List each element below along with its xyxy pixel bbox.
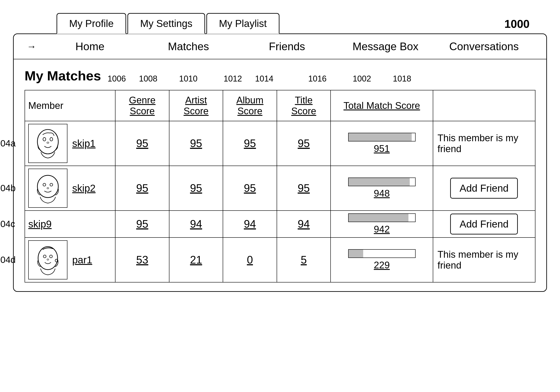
svg-point-4 [37,175,58,198]
table-row: 1004b skip295959595948Add Friend [25,166,535,210]
genre-score-1004b[interactable]: 95 [115,166,169,210]
ref-1012: 1012 [224,74,242,83]
matches-table: Member GenreScore ArtistScore AlbumScore… [25,90,535,282]
action-cell-1004b[interactable]: Add Friend [433,166,535,210]
tab-my-profile[interactable]: My Profile [57,13,126,34]
add-friend-button-1004c[interactable]: Add Friend [450,214,518,234]
svg-point-1 [43,138,46,141]
svg-point-10 [50,255,52,258]
ref-1004d: 1004d [0,255,16,265]
main-container: 922 → Home Matches Friends Message Box C… [13,33,547,292]
ref-1010: 1010 [179,74,198,83]
col-header-total: Total Match Score [330,90,433,121]
ref-1002: 1002 [353,74,371,83]
album-score-1004a[interactable]: 95 [223,121,277,166]
tab-my-playlist[interactable]: My Playlist [206,13,280,34]
table-header-row: Member GenreScore ArtistScore AlbumScore… [25,90,535,121]
total-score-cell-1004a: 951 [330,121,433,166]
progress-bar-1004c [348,213,416,222]
ref-1004a: 1004a [0,138,16,149]
top-tabs: My Profile My Settings My Playlist [57,13,547,34]
ref-1016: 1016 [308,74,327,83]
add-friend-button-1004b[interactable]: Add Friend [450,178,518,199]
svg-point-7 [47,188,49,189]
ref-1014: 1014 [255,74,274,83]
total-score-cell-1004d: 229 [330,238,433,282]
ref-1004c: 1004c [0,219,15,229]
ref-1008: 1008 [139,74,158,83]
col-header-artist: ArtistScore [169,90,223,121]
genre-score-1004d[interactable]: 53 [115,238,169,282]
action-cell-1004c[interactable]: Add Friend [433,210,535,238]
total-score-cell-1004c: 942 [330,210,433,238]
progress-bar-1004a [348,133,416,142]
member-name-1004d[interactable]: par1 [72,254,92,266]
member-name-1004a[interactable]: skip1 [72,138,95,149]
member-cell-1004b: 1004b skip2 [25,166,115,210]
title-score-1004c[interactable]: 94 [277,210,331,238]
avatar-1004b [28,169,67,208]
avatar-1004a [28,124,67,163]
content-area: My Matches 1006 1008 1010 1012 1014 1016… [14,59,546,291]
member-name-1004c[interactable]: skip9 [28,218,51,230]
member-cell-1004d: 1004d par1 [25,238,115,282]
genre-score-1004c[interactable]: 95 [115,210,169,238]
nav-message-box[interactable]: Message Box [336,40,435,53]
col-header-album: AlbumScore [223,90,277,121]
artist-score-1004b[interactable]: 95 [169,166,223,210]
svg-point-3 [47,142,49,143]
total-score-value-1004d[interactable]: 229 [374,260,390,270]
avatar-1004d [28,240,67,279]
progress-bar-1004d [348,249,416,258]
svg-point-8 [38,247,58,270]
friend-text-1004a: This member is my friend [435,133,533,154]
ref-922-arrow: → [27,41,36,52]
artist-score-1004d[interactable]: 21 [169,238,223,282]
ref-1004b: 1004b [0,183,16,193]
table-row: 1004a skip195959595951This member is my … [25,121,535,166]
genre-score-1004a[interactable]: 95 [115,121,169,166]
total-score-cell-1004b: 948 [330,166,433,210]
action-cell-1004a: This member is my friend [433,121,535,166]
col-header-action [433,90,535,121]
nav-friends[interactable]: Friends [238,40,336,53]
nav-conversations[interactable]: Conversations [435,40,533,53]
progress-bar-1004b [348,178,416,186]
my-matches-heading: My Matches [25,68,101,83]
svg-point-5 [43,183,46,186]
album-score-1004b[interactable]: 95 [223,166,277,210]
svg-point-6 [50,183,53,186]
total-score-value-1004c[interactable]: 942 [374,224,390,235]
title-score-1004d[interactable]: 5 [277,238,331,282]
ref-1018: 1018 [393,74,411,83]
tab-my-settings[interactable]: My Settings [128,13,205,34]
nav-matches[interactable]: Matches [139,40,238,53]
table-row: 1004d par1532105229This member is my fri… [25,238,535,282]
friend-text-1004d: This member is my friend [435,249,533,271]
artist-score-1004a[interactable]: 95 [169,121,223,166]
album-score-1004d[interactable]: 0 [223,238,277,282]
total-score-value-1004b[interactable]: 948 [374,188,390,199]
svg-point-11 [47,259,49,260]
ref-1006: 1006 [107,74,126,83]
member-name-1004b[interactable]: skip2 [72,182,95,194]
svg-point-2 [50,138,53,141]
artist-score-1004c[interactable]: 94 [169,210,223,238]
member-cell-1004a: 1004a skip1 [25,121,115,166]
nav-bar: 922 → Home Matches Friends Message Box C… [14,34,546,59]
svg-point-9 [43,255,46,258]
title-score-1004a[interactable]: 95 [277,121,331,166]
nav-home[interactable]: Home [41,40,139,53]
action-cell-1004d: This member is my friend [433,238,535,282]
col-header-title: TitleScore [277,90,331,121]
title-score-1004b[interactable]: 95 [277,166,331,210]
col-header-member: Member [25,90,115,121]
col-header-genre: GenreScore [115,90,169,121]
album-score-1004c[interactable]: 94 [223,210,277,238]
member-cell-1004c: 1004cskip9 [25,210,115,238]
total-score-value-1004a[interactable]: 951 [374,143,390,154]
table-row: 1004cskip995949494942Add Friend [25,210,535,238]
